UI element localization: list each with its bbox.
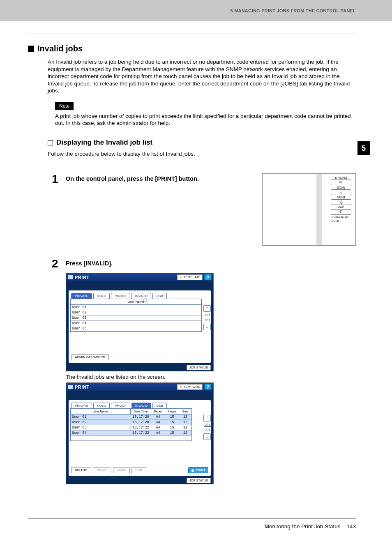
job-row[interactable]: User 0213,17:20A41512	[71, 420, 191, 425]
user-row[interactable]: User 02	[71, 310, 201, 315]
cell: A4	[151, 415, 165, 419]
admin-password-button[interactable]: ADMIN PASSWORD	[71, 354, 109, 360]
tab-proof[interactable]: PROOF	[111, 293, 130, 299]
star-icon: ★	[179, 385, 182, 389]
tab-hold[interactable]: HOLD	[93, 293, 110, 299]
cell: 15	[165, 425, 179, 430]
user-cell: User 01	[71, 305, 201, 310]
col-sets: Sets	[179, 409, 191, 414]
tab-invalid[interactable]: INVALID☟	[131, 293, 152, 299]
cell: 13,17:20	[131, 420, 151, 425]
step-2-text: Press [INVALID].	[66, 258, 113, 269]
tab-private[interactable]: PRIVATE	[71, 293, 92, 299]
scroll-index-top: 001	[203, 423, 212, 426]
user-cell: User 04	[71, 321, 201, 326]
screen-title: PRINT	[75, 275, 90, 280]
cell: 15	[165, 431, 179, 435]
content-area: Invalid jobs An Invalid job refers to a …	[28, 34, 356, 484]
job-row[interactable]: User 0313,17:22A41512	[71, 425, 191, 431]
user-row[interactable]: User 05	[71, 326, 201, 332]
job-row[interactable]: User 0113,17:20A41512	[71, 415, 191, 420]
body-paragraph: An Invalid job refers to a job being hel…	[48, 58, 356, 94]
scan-button[interactable]: ⌂	[331, 189, 351, 195]
pause-button[interactable]: PAUSE	[93, 467, 111, 473]
scroll-down-button[interactable]: ⌄	[203, 433, 211, 440]
heading-invalid-jobs: Invalid jobs	[37, 44, 83, 53]
subheading-marker-icon	[48, 140, 53, 145]
step-2-number: 2	[52, 258, 66, 269]
cell: A4	[151, 425, 165, 430]
printer-icon	[68, 275, 73, 279]
tab-private[interactable]: PRIVATE	[71, 403, 92, 408]
cell: 15	[165, 415, 179, 419]
col-date-time: Date,Time	[131, 409, 151, 414]
user-row[interactable]: User 01	[71, 305, 201, 310]
fax-button[interactable]: ✆	[331, 209, 351, 215]
edit-button[interactable]: EDIT	[131, 467, 146, 473]
cell: 13,17:22	[131, 431, 151, 435]
tab-invalid[interactable]: INVALID	[131, 403, 152, 408]
rule-top	[28, 34, 356, 34]
panel-label-efiling: e-FILING	[329, 176, 353, 179]
scroll-index-top: 001	[203, 313, 212, 317]
col-user-name: User Name	[71, 409, 131, 414]
panel-label-print: PRINT	[329, 196, 353, 199]
user-row[interactable]: User 03	[71, 315, 201, 321]
scroll-down-button[interactable]: ⌄	[203, 324, 211, 330]
cell: 12	[179, 415, 191, 419]
delete-button[interactable]: DELETE	[71, 467, 91, 473]
tab-usb[interactable]: USB	[152, 293, 166, 299]
cell: 13,17:20	[131, 415, 151, 419]
diamond-icon	[191, 467, 194, 471]
template-button[interactable]: ★TEMPLATE	[177, 384, 203, 390]
col-pages: Pages	[165, 409, 179, 414]
cell: User 01	[71, 415, 131, 419]
touchscreen-before: PRINT ★TEMPLATE ? PRIVATEHOLDPROOFINVALI…	[66, 273, 214, 371]
cell: A4	[151, 420, 165, 425]
efiling-button[interactable]: ✉	[331, 180, 351, 185]
follow-text: Follow the procedure below to display th…	[48, 151, 356, 157]
tab-proof[interactable]: PROOF	[111, 403, 130, 408]
star-icon: ★	[179, 275, 182, 279]
scroll-index-bot: 001	[203, 319, 212, 322]
user-cell: User 02	[71, 310, 201, 315]
step-1-number: 1	[52, 173, 66, 185]
note-label: Note	[55, 102, 74, 110]
user-cell: User 03	[71, 315, 201, 320]
scroll-index-bot: 001	[203, 428, 212, 432]
help-button[interactable]: ?	[204, 384, 212, 390]
panel-label-scan: SCAN	[329, 186, 353, 189]
job-row[interactable]: User 0413,17:22A41512	[71, 431, 191, 436]
tab-hold[interactable]: HOLD	[93, 403, 110, 408]
screen-title: PRINT	[75, 385, 90, 389]
print-button[interactable]: ⎙	[331, 199, 351, 205]
col-paper: Paper	[151, 409, 165, 414]
chapter-tab: 5	[357, 141, 370, 155]
subheading-display-list: Displaying the Invalid job list	[56, 138, 152, 147]
cell: A4	[151, 431, 165, 435]
cell: User 04	[71, 431, 131, 435]
help-button[interactable]: ?	[204, 274, 212, 280]
step-2-caption: The Invalid jobs are listed on the scree…	[66, 374, 356, 380]
footer-title: Monitoring the Print Job Status	[265, 523, 341, 530]
tab-usb[interactable]: USB	[152, 403, 166, 408]
print-action-button[interactable]: PRINT	[188, 467, 208, 473]
note-text: A print job whose number of copies to pr…	[55, 113, 356, 127]
scroll-up-button[interactable]: ⌃	[203, 305, 211, 312]
job-status-button[interactable]: JOB STATUS	[187, 365, 211, 370]
move-button[interactable]: MOVE	[113, 467, 130, 473]
panel-label-fax: FAX	[329, 206, 353, 209]
job-status-button[interactable]: JOB STATUS	[187, 478, 211, 483]
scroll-up-button[interactable]: ⌃	[203, 415, 211, 421]
memory-rx-label: ☐ MEMORY RX	[331, 216, 353, 219]
user-row[interactable]: User 04	[71, 321, 201, 326]
line-label: ☐ LINE	[331, 219, 353, 222]
template-button[interactable]: ★TEMPLATE	[177, 274, 203, 280]
control-panel-figure: e-FILING ✉ SCAN ⌂ PRINT ⎙ FAX ✆ ☐ MEMORY…	[262, 173, 356, 246]
rule-bottom	[28, 518, 356, 518]
cell: 13,17:22	[131, 425, 151, 430]
printer-icon	[68, 385, 73, 389]
user-cell: User 05	[71, 326, 201, 331]
heading-marker-icon	[28, 46, 34, 52]
step-1-text: On the control panel, press the [PRINT] …	[66, 173, 199, 185]
